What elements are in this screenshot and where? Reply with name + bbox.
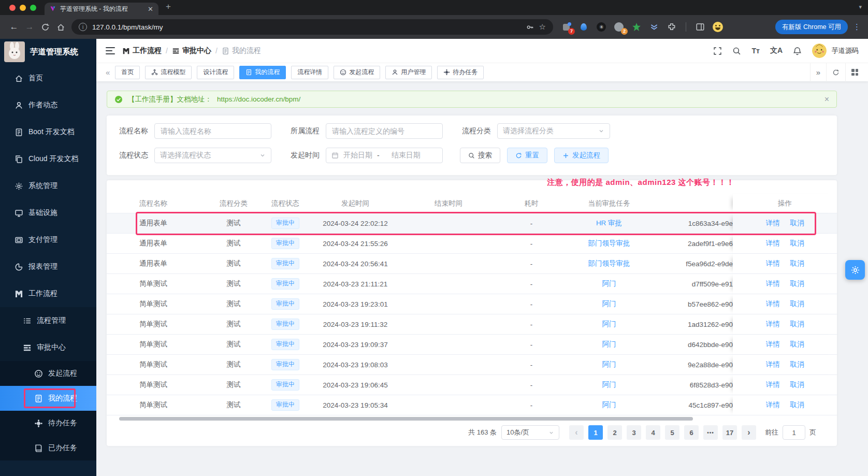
sidebar-item[interactable]: 我的流程: [0, 386, 96, 411]
detail-link[interactable]: 详情: [766, 279, 780, 289]
cancel-link[interactable]: 取消: [790, 340, 804, 349]
locale-icon[interactable]: 文A: [770, 46, 783, 55]
page-button[interactable]: 3: [627, 425, 641, 440]
extension-icon[interactable]: 2: [613, 21, 625, 33]
fullscreen-icon[interactable]: [713, 47, 722, 55]
sidebar-item[interactable]: 系统管理: [0, 172, 96, 199]
chrome-update-button[interactable]: 有新版 Chrome 可用: [775, 20, 848, 34]
detail-link[interactable]: 详情: [766, 239, 780, 248]
scroll-right-icon[interactable]: »: [810, 63, 826, 82]
more-pages-button[interactable]: •••: [703, 425, 718, 440]
detail-link[interactable]: 详情: [766, 299, 780, 309]
page-tab[interactable]: 设计流程: [197, 66, 234, 79]
password-manager-icon[interactable]: [526, 23, 534, 31]
detail-link[interactable]: 详情: [766, 219, 780, 228]
page-tab[interactable]: 流程详情: [291, 66, 328, 79]
home-icon[interactable]: [53, 19, 68, 35]
sidebar-item[interactable]: 已办任务: [0, 436, 96, 460]
minimize-window-button[interactable]: [20, 5, 26, 11]
collapse-menu-icon[interactable]: [106, 47, 115, 54]
bookmark-star-icon[interactable]: ☆: [539, 22, 546, 32]
cancel-link[interactable]: 取消: [790, 400, 804, 410]
breadcrumb-item[interactable]: 审批中心: [172, 46, 211, 55]
task-link[interactable]: 阿门: [602, 360, 616, 368]
tab-search-icon[interactable]: ▾: [859, 4, 862, 10]
sidebar-item[interactable]: 报表管理: [0, 253, 96, 280]
tab-close-icon[interactable]: ✕: [148, 5, 153, 13]
sidebar-item[interactable]: 支付管理: [0, 226, 96, 253]
task-link[interactable]: 阿门: [602, 280, 616, 287]
page-button[interactable]: 2: [607, 425, 622, 440]
sidebar-item[interactable]: Boot 开发文档: [0, 119, 96, 146]
extension-icon[interactable]: [578, 21, 589, 33]
browser-tab[interactable]: 芋道管理系统 - 我的流程 ✕: [45, 3, 158, 15]
goto-page-input[interactable]: [783, 425, 805, 440]
page-button[interactable]: 1: [588, 425, 603, 440]
sidebar-item[interactable]: 作者动态: [0, 92, 96, 119]
user-avatar[interactable]: [812, 44, 827, 58]
sidebar-item[interactable]: 首页: [0, 65, 96, 92]
task-link[interactable]: 阿门: [602, 401, 616, 409]
page-button[interactable]: 17: [722, 425, 737, 440]
sidebar-item[interactable]: 工作流程: [0, 280, 96, 307]
close-window-button[interactable]: [9, 5, 16, 11]
detail-link[interactable]: 详情: [766, 340, 780, 349]
user-name[interactable]: 芋道源码: [832, 46, 859, 55]
sidebar-item[interactable]: Cloud 开发文档: [0, 146, 96, 172]
status-select[interactable]: 请选择流程状态: [154, 148, 271, 163]
cancel-link[interactable]: 取消: [790, 239, 804, 248]
breadcrumb-item[interactable]: 工作流程: [122, 46, 162, 55]
page-tab[interactable]: 首页: [115, 66, 140, 79]
extension-icon[interactable]: ✳: [596, 21, 607, 33]
extension-icon[interactable]: 7: [560, 21, 572, 33]
profile-avatar-icon[interactable]: [712, 21, 724, 33]
cancel-link[interactable]: 取消: [790, 360, 804, 369]
task-link[interactable]: HR 审批: [596, 219, 622, 227]
address-bar[interactable]: i 127.0.0.1/bpm/task/my ☆: [71, 19, 553, 35]
site-info-icon[interactable]: i: [79, 23, 87, 31]
zoom-window-button[interactable]: [30, 5, 36, 11]
task-link[interactable]: 阿门: [602, 340, 616, 348]
search-button[interactable]: 搜索: [460, 148, 500, 163]
sidebar-item[interactable]: 待办任务: [0, 411, 96, 436]
notification-bell-icon[interactable]: [793, 47, 802, 55]
layout-grid-icon[interactable]: [845, 63, 864, 82]
process-definition-input[interactable]: [326, 123, 443, 139]
sidebar-item[interactable]: 流程管理: [0, 307, 96, 334]
cancel-link[interactable]: 取消: [790, 259, 804, 268]
task-link[interactable]: 部门领导审批: [588, 259, 630, 267]
category-select[interactable]: 请选择流程分类: [497, 123, 610, 139]
task-link[interactable]: 阿门: [602, 381, 616, 388]
extension-icon[interactable]: [648, 21, 660, 33]
page-button[interactable]: 6: [684, 425, 699, 440]
extension-icon[interactable]: [631, 21, 642, 33]
next-page-button[interactable]: ›: [742, 425, 756, 440]
refresh-page-icon[interactable]: [826, 63, 845, 82]
page-button[interactable]: 5: [665, 425, 679, 440]
task-link[interactable]: 阿门: [602, 300, 616, 308]
detail-link[interactable]: 详情: [766, 400, 780, 410]
cancel-link[interactable]: 取消: [790, 380, 804, 390]
prev-page-button[interactable]: ‹: [569, 425, 584, 440]
page-tab[interactable]: 我的流程: [239, 66, 286, 79]
reset-button[interactable]: 重置: [507, 148, 547, 163]
create-process-button[interactable]: 发起流程: [554, 148, 609, 163]
page-tab[interactable]: 发起流程: [334, 66, 380, 79]
font-size-icon[interactable]: Tт: [751, 47, 759, 55]
detail-link[interactable]: 详情: [766, 360, 780, 369]
detail-link[interactable]: 详情: [766, 320, 780, 329]
settings-drawer-button[interactable]: [845, 260, 865, 280]
page-button[interactable]: 4: [646, 425, 660, 440]
sidebar-item[interactable]: 发起流程: [0, 361, 96, 386]
sidebar-item[interactable]: 基础设施: [0, 199, 96, 226]
page-tab[interactable]: 待办任务: [437, 66, 484, 79]
back-icon[interactable]: ←: [6, 19, 22, 35]
scroll-left-icon[interactable]: «: [100, 68, 115, 77]
extensions-puzzle-icon[interactable]: [666, 21, 677, 33]
sidebar-item[interactable]: 审批中心: [0, 334, 96, 361]
forward-icon[interactable]: →: [22, 19, 37, 35]
alert-close-icon[interactable]: ×: [824, 95, 829, 104]
side-panel-icon[interactable]: [695, 21, 706, 33]
task-link[interactable]: 阿门: [602, 320, 616, 328]
cancel-link[interactable]: 取消: [790, 299, 804, 309]
